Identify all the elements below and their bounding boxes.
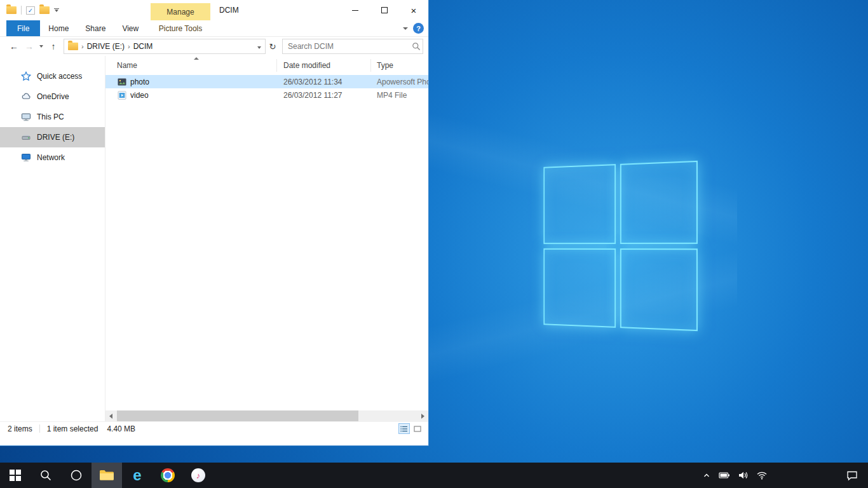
taskbar: e ♪	[0, 463, 868, 488]
windows-logo-pane	[543, 248, 615, 327]
windows-logo-pane	[620, 161, 698, 244]
scrollbar-thumb[interactable]	[117, 410, 358, 421]
column-header-type[interactable]: Type	[371, 59, 428, 72]
chevron-down-icon	[39, 45, 43, 48]
file-row-video[interactable]: video 26/03/2012 11:27 MP4 File	[105, 88, 428, 102]
file-row-photo[interactable]: photo 26/03/2012 11:34 Apowersoft Pho	[105, 75, 428, 88]
breadcrumb-drive[interactable]: DRIVE (E:)	[87, 42, 125, 51]
tab-home[interactable]: Home	[40, 20, 77, 36]
sidebar-item-label: This PC	[37, 112, 64, 121]
battery-tray-button[interactable]	[719, 470, 730, 480]
photo-file-icon	[118, 78, 126, 86]
address-dropdown-button[interactable]	[257, 42, 261, 51]
navigation-pane: Quick access OneDrive This PC DRIVE (E:)…	[0, 56, 105, 421]
address-breadcrumb[interactable]: › DRIVE (E:) › DCIM	[64, 39, 266, 54]
file-name-cell: video	[105, 91, 277, 100]
search-icon[interactable]	[410, 42, 423, 51]
computer-icon	[21, 112, 31, 122]
search-input[interactable]	[283, 42, 410, 51]
recent-locations-button[interactable]	[37, 45, 46, 48]
video-file-icon	[118, 91, 126, 100]
details-view-button[interactable]	[398, 423, 410, 434]
properties-icon[interactable]: ✓	[26, 6, 35, 15]
file-list-empty-area[interactable]	[105, 102, 428, 410]
hidden-icons-chevron[interactable]	[702, 471, 711, 480]
sidebar-item-label: DRIVE (E:)	[37, 133, 74, 142]
volume-icon	[738, 470, 749, 480]
file-explorer-window: ✓ Manage DCIM × File Home Share View Pic…	[0, 0, 429, 446]
file-type-cell: MP4 File	[371, 91, 428, 100]
cloud-icon	[21, 92, 31, 102]
file-name: video	[130, 91, 149, 100]
quick-access-toolbar: ✓	[0, 6, 59, 15]
refresh-button[interactable]: ↻	[266, 42, 280, 51]
cortana-button[interactable]	[61, 463, 92, 488]
up-button[interactable]: ↑	[46, 41, 61, 51]
itunes-button[interactable]: ♪	[183, 463, 214, 488]
tab-view[interactable]: View	[114, 20, 147, 36]
new-folder-icon[interactable]	[39, 6, 50, 14]
sidebar-item-label: Quick access	[37, 72, 82, 81]
sidebar-item-onedrive[interactable]: OneDrive	[0, 86, 105, 107]
title-bar[interactable]: ✓ Manage DCIM ×	[0, 0, 428, 20]
windows-logo-pane	[543, 164, 615, 243]
help-button[interactable]: ?	[413, 23, 424, 34]
sidebar-item-drive-e[interactable]: DRIVE (E:)	[0, 127, 105, 147]
taskbar-search-button[interactable]	[31, 463, 61, 488]
action-center-icon	[846, 470, 858, 481]
star-icon	[21, 71, 31, 81]
chevron-up-icon	[702, 471, 711, 480]
network-wifi-icon	[756, 470, 768, 480]
contextual-group-manage[interactable]: Manage	[151, 3, 210, 20]
expand-ribbon-button[interactable]	[403, 20, 408, 37]
chevron-down-icon	[55, 10, 58, 12]
scroll-right-button[interactable]	[417, 410, 428, 421]
separator	[39, 424, 40, 433]
system-tray	[702, 463, 868, 488]
column-header-date-modified[interactable]: Date modified	[277, 59, 371, 72]
chevron-down-icon	[257, 46, 261, 49]
horizontal-scrollbar[interactable]	[105, 410, 428, 421]
internet-explorer-icon: e	[133, 468, 141, 483]
itunes-icon: ♪	[191, 468, 205, 482]
file-date-cell: 26/03/2012 11:27	[277, 91, 371, 100]
breadcrumb-dcim[interactable]: DCIM	[133, 42, 153, 51]
volume-tray-button[interactable]	[738, 470, 749, 480]
main-area: Quick access OneDrive This PC DRIVE (E:)…	[0, 56, 428, 421]
minimize-button[interactable]	[341, 0, 370, 20]
network-tray-button[interactable]	[756, 470, 768, 480]
back-button[interactable]: ←	[6, 41, 22, 51]
scroll-left-button[interactable]	[105, 410, 116, 421]
triangle-right-icon	[421, 414, 424, 419]
close-button[interactable]: ×	[399, 0, 428, 20]
chrome-button[interactable]	[153, 463, 183, 488]
file-name-cell: photo	[105, 78, 277, 86]
file-name: photo	[130, 78, 149, 86]
drive-icon	[21, 132, 31, 142]
internet-explorer-button[interactable]: e	[122, 463, 153, 488]
tab-share[interactable]: Share	[77, 20, 114, 36]
status-selection: 1 item selected	[47, 424, 98, 433]
minimize-icon	[352, 10, 358, 11]
separator	[21, 6, 22, 15]
forward-button[interactable]: →	[22, 41, 37, 51]
chevron-down-icon	[403, 27, 408, 30]
start-button[interactable]	[0, 463, 31, 488]
sidebar-item-quick-access[interactable]: Quick access	[0, 66, 105, 86]
taskbar-file-explorer-button[interactable]	[92, 463, 122, 488]
large-icons-view-button[interactable]	[412, 423, 423, 434]
details-view-icon	[400, 425, 408, 433]
address-bar-row: ← → ↑ › DRIVE (E:) › DCIM ↻	[0, 37, 428, 56]
breadcrumb-separator: ›	[81, 43, 84, 50]
customize-toolbar-icon[interactable]	[54, 8, 59, 12]
tab-picture-tools[interactable]: Picture Tools	[151, 20, 210, 37]
column-headers: Name Date modified Type	[105, 56, 428, 75]
search-box	[282, 39, 423, 54]
column-header-name[interactable]: Name	[105, 59, 277, 72]
sidebar-item-network[interactable]: Network	[0, 147, 105, 168]
sidebar-item-this-pc[interactable]: This PC	[0, 107, 105, 127]
action-center-button[interactable]	[846, 470, 858, 481]
maximize-button[interactable]	[370, 0, 399, 20]
window-title: DCIM	[219, 0, 239, 20]
tab-file[interactable]: File	[6, 20, 40, 36]
